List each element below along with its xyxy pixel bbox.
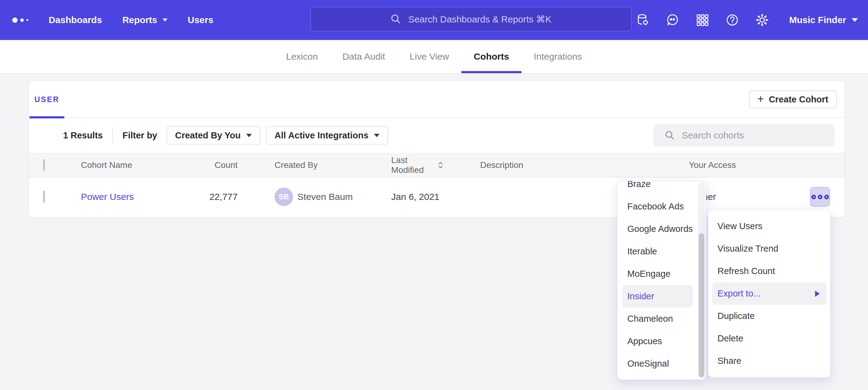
integrations-filter-dropdown[interactable]: All Active Integrations <box>266 126 388 144</box>
section-tab[interactable]: Live View <box>397 40 461 73</box>
col-header-your-access[interactable]: Your Access <box>652 160 845 170</box>
create-cohort-button[interactable]: + Create Cohort <box>749 90 837 108</box>
project-name: Music Finder <box>789 15 846 25</box>
context-menu-item-label: Duplicate <box>717 311 755 321</box>
section-tab-label: Live View <box>410 52 449 62</box>
logo-dot <box>27 19 28 21</box>
submenu-item[interactable]: Appcues <box>622 330 693 353</box>
col-header-description[interactable]: Description <box>443 160 652 170</box>
submenu-item-label: OneSignal <box>627 359 669 369</box>
export-destinations-submenu: Braze Facebook Ads Google Adwords Iterab… <box>617 181 706 380</box>
created-by-name: Steven Baum <box>297 192 353 202</box>
settings-gear-icon[interactable] <box>755 13 769 27</box>
submenu-item-label: Google Adwords <box>627 224 693 234</box>
col-header-count[interactable]: Count <box>185 160 238 170</box>
section-tabs: Lexicon Data Audit Live View Cohorts Int… <box>0 40 868 74</box>
context-menu-item-label: Refresh Count <box>717 266 775 276</box>
submenu-item-label: Insider <box>627 291 654 301</box>
help-icon[interactable] <box>725 13 739 27</box>
submenu-scrollbar-thumb[interactable] <box>699 233 704 377</box>
section-tab-label: Data Audit <box>343 52 385 62</box>
submenu-item-label: Braze <box>627 181 651 189</box>
top-nav-bar: Dashboards Reports Users Search Dashboar… <box>0 0 868 40</box>
chevron-down-icon <box>162 19 167 22</box>
search-icon <box>390 13 401 25</box>
logo-dot <box>12 18 18 23</box>
section-tab[interactable]: Data Audit <box>330 40 397 73</box>
search-cohorts-placeholder: Search cohorts <box>682 130 744 140</box>
filter-toolbar: 1 Results Filter by Created By You All A… <box>29 118 845 153</box>
col-header-last-modified[interactable]: Last Modified <box>391 155 434 175</box>
created-by-filter-label: Created By You <box>175 130 241 140</box>
create-cohort-label: Create Cohort <box>769 94 828 105</box>
submenu-item[interactable]: Braze <box>622 181 693 195</box>
created-by-filter-dropdown[interactable]: Created By You <box>166 126 260 144</box>
primary-nav: Dashboards Reports Users <box>49 15 213 25</box>
plus-icon: + <box>757 94 764 105</box>
last-modified-date: Jan 6, 2021 <box>354 192 443 202</box>
integrations-filter-label: All Active Integrations <box>275 130 368 140</box>
submenu-item[interactable]: OneSignal <box>622 353 693 375</box>
topbar-right-cluster: Music Finder <box>636 0 858 40</box>
row-more-actions-button[interactable] <box>810 187 830 207</box>
submenu-item[interactable]: MoEngage <box>622 263 693 285</box>
submenu-item[interactable]: Google Adwords <box>622 218 693 240</box>
context-menu-item-label: Delete <box>717 333 743 344</box>
apps-grid-icon[interactable] <box>695 13 710 27</box>
cohort-type-tabs: USER + Create Cohort <box>29 81 845 118</box>
search-icon <box>664 130 675 140</box>
context-menu-item-label: Visualize Trend <box>717 243 778 254</box>
mixpanel-logo-icon[interactable] <box>12 18 28 23</box>
more-dot <box>824 195 829 199</box>
cohort-context-menu-list: View Users Visualize Trend Refresh Count… <box>708 215 830 372</box>
context-menu-item[interactable]: Visualize Trend <box>712 237 827 260</box>
context-menu-item[interactable]: Refresh Count <box>712 260 827 282</box>
context-menu-item[interactable]: Delete <box>712 327 827 350</box>
row-checkbox[interactable] <box>43 191 45 203</box>
submenu-item[interactable]: Chameleon <box>622 307 693 330</box>
cohort-name-link[interactable]: Power Users <box>81 192 134 202</box>
project-switcher[interactable]: Music Finder <box>789 15 858 25</box>
section-tab-label: Integrations <box>534 52 582 62</box>
nav-item[interactable]: Reports <box>122 15 167 25</box>
divider <box>112 127 113 143</box>
context-menu-item[interactable]: Export to... <box>712 282 827 305</box>
section-tab[interactable]: Integrations <box>521 40 594 73</box>
results-count: 1 Results <box>63 130 103 140</box>
context-menu-item-label: View Users <box>717 221 763 231</box>
section-tab[interactable]: Cohorts <box>461 40 521 73</box>
submenu-item-label: Iterable <box>627 247 657 257</box>
search-cohorts-input[interactable]: Search cohorts <box>653 124 834 147</box>
col-header-cohort-name[interactable]: Cohort Name <box>62 160 185 170</box>
submenu-item[interactable]: Facebook Ads <box>622 195 693 218</box>
chevron-down-icon <box>374 134 379 137</box>
chevron-down-icon <box>852 18 858 22</box>
section-tab-label: Cohorts <box>474 52 509 62</box>
nav-item-label: Reports <box>122 15 157 25</box>
tab-user-cohorts[interactable]: USER <box>30 81 64 118</box>
nav-item-label: Dashboards <box>49 15 102 25</box>
data-settings-icon[interactable] <box>636 13 650 27</box>
feedback-icon[interactable] <box>665 13 680 27</box>
nav-item[interactable]: Dashboards <box>49 15 102 25</box>
submenu-item[interactable]: Insider <box>622 285 693 307</box>
tab-user-label: USER <box>34 95 59 104</box>
col-header-created-by[interactable]: Created By <box>238 160 354 170</box>
submenu-item[interactable]: Iterable <box>622 240 693 263</box>
section-tab-label: Lexicon <box>286 52 318 62</box>
cohort-count: 22,777 <box>185 192 238 202</box>
section-tab[interactable]: Lexicon <box>274 40 330 73</box>
context-menu-item[interactable]: View Users <box>712 215 827 237</box>
chevron-down-icon <box>246 134 252 137</box>
more-dot <box>811 195 816 199</box>
select-all-checkbox[interactable] <box>43 159 45 171</box>
context-menu-item[interactable]: Duplicate <box>712 305 827 327</box>
context-menu-item[interactable]: Share <box>712 350 827 372</box>
nav-item-label: Users <box>188 15 213 25</box>
global-search-input[interactable]: Search Dashboards & Reports ⌘K <box>310 7 631 31</box>
table-header-row: Cohort Name Count Created By Last Modifi… <box>29 153 845 177</box>
nav-item[interactable]: Users <box>188 15 213 25</box>
cohort-context-menu: View Users Visualize Trend Refresh Count… <box>708 209 831 378</box>
avatar: SB <box>275 188 293 206</box>
sort-icon[interactable] <box>438 161 443 169</box>
